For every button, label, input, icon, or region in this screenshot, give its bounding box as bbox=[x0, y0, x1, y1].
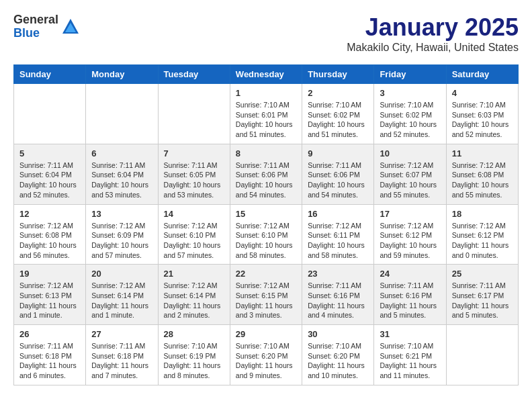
day-info: Sunrise: 7:12 AMSunset: 6:14 PMDaylight:… bbox=[91, 281, 152, 320]
day-info: Sunrise: 7:12 AMSunset: 6:09 PMDaylight:… bbox=[91, 221, 152, 261]
calendar-cell: 2Sunrise: 7:10 AMSunset: 6:02 PMDaylight… bbox=[302, 84, 374, 144]
weekday-header-saturday: Saturday bbox=[446, 65, 518, 84]
day-info: Sunrise: 7:11 AMSunset: 6:04 PMDaylight:… bbox=[19, 161, 80, 200]
day-number: 16 bbox=[308, 209, 368, 219]
calendar-cell: 28Sunrise: 7:10 AMSunset: 6:19 PMDayligh… bbox=[158, 325, 230, 385]
logo-general-text: General bbox=[13, 13, 58, 27]
calendar-cell: 3Sunrise: 7:10 AMSunset: 6:02 PMDaylight… bbox=[374, 84, 446, 144]
calendar-cell: 16Sunrise: 7:12 AMSunset: 6:11 PMDayligh… bbox=[302, 204, 374, 265]
calendar-cell: 25Sunrise: 7:11 AMSunset: 6:17 PMDayligh… bbox=[446, 265, 518, 325]
day-info: Sunrise: 7:12 AMSunset: 6:12 PMDaylight:… bbox=[380, 221, 440, 261]
day-number: 18 bbox=[452, 209, 513, 219]
week-row-5: 26Sunrise: 7:11 AMSunset: 6:18 PMDayligh… bbox=[14, 325, 519, 385]
day-number: 26 bbox=[19, 329, 80, 339]
day-number: 27 bbox=[91, 329, 152, 339]
calendar-cell: 17Sunrise: 7:12 AMSunset: 6:12 PMDayligh… bbox=[374, 204, 446, 265]
calendar-cell: 7Sunrise: 7:11 AMSunset: 6:05 PMDaylight… bbox=[158, 144, 230, 204]
day-info: Sunrise: 7:10 AMSunset: 6:02 PMDaylight:… bbox=[308, 100, 368, 140]
day-number: 11 bbox=[452, 148, 513, 158]
weekday-header-wednesday: Wednesday bbox=[230, 65, 302, 84]
calendar-cell: 14Sunrise: 7:12 AMSunset: 6:10 PMDayligh… bbox=[158, 204, 230, 265]
calendar-cell: 20Sunrise: 7:12 AMSunset: 6:14 PMDayligh… bbox=[86, 265, 158, 325]
day-number: 6 bbox=[91, 148, 152, 158]
day-number: 19 bbox=[19, 269, 80, 279]
logo: General Blue bbox=[13, 13, 80, 40]
week-row-3: 12Sunrise: 7:12 AMSunset: 6:08 PMDayligh… bbox=[14, 204, 519, 265]
day-info: Sunrise: 7:11 AMSunset: 6:16 PMDaylight:… bbox=[380, 281, 440, 320]
weekday-header-tuesday: Tuesday bbox=[158, 65, 230, 84]
day-number: 23 bbox=[308, 269, 368, 279]
day-info: Sunrise: 7:12 AMSunset: 6:12 PMDaylight:… bbox=[452, 221, 513, 261]
day-info: Sunrise: 7:10 AMSunset: 6:19 PMDaylight:… bbox=[164, 341, 224, 381]
weekday-header-friday: Friday bbox=[374, 65, 446, 84]
calendar-cell: 5Sunrise: 7:11 AMSunset: 6:04 PMDaylight… bbox=[14, 144, 86, 204]
day-info: Sunrise: 7:10 AMSunset: 6:03 PMDaylight:… bbox=[452, 100, 513, 140]
day-info: Sunrise: 7:12 AMSunset: 6:10 PMDaylight:… bbox=[164, 221, 224, 261]
day-number: 29 bbox=[236, 329, 296, 339]
day-number: 7 bbox=[164, 148, 224, 158]
day-info: Sunrise: 7:12 AMSunset: 6:11 PMDaylight:… bbox=[308, 221, 368, 261]
week-row-4: 19Sunrise: 7:12 AMSunset: 6:13 PMDayligh… bbox=[14, 265, 519, 325]
calendar-cell: 27Sunrise: 7:11 AMSunset: 6:18 PMDayligh… bbox=[86, 325, 158, 385]
title-section: January 2025 Makakilo City, Hawaii, Unit… bbox=[347, 13, 519, 54]
day-info: Sunrise: 7:11 AMSunset: 6:04 PMDaylight:… bbox=[91, 161, 152, 200]
month-title: January 2025 bbox=[347, 13, 519, 42]
day-info: Sunrise: 7:10 AMSunset: 6:20 PMDaylight:… bbox=[308, 341, 368, 381]
day-number: 8 bbox=[236, 148, 296, 158]
day-number: 1 bbox=[236, 88, 296, 98]
week-row-2: 5Sunrise: 7:11 AMSunset: 6:04 PMDaylight… bbox=[14, 144, 519, 204]
calendar-cell: 9Sunrise: 7:11 AMSunset: 6:06 PMDaylight… bbox=[302, 144, 374, 204]
day-info: Sunrise: 7:11 AMSunset: 6:18 PMDaylight:… bbox=[91, 341, 152, 381]
calendar-cell: 12Sunrise: 7:12 AMSunset: 6:08 PMDayligh… bbox=[14, 204, 86, 265]
calendar-cell bbox=[14, 84, 86, 144]
day-info: Sunrise: 7:12 AMSunset: 6:08 PMDaylight:… bbox=[452, 161, 513, 200]
day-number: 2 bbox=[308, 88, 368, 98]
day-number: 25 bbox=[452, 269, 513, 279]
day-info: Sunrise: 7:12 AMSunset: 6:13 PMDaylight:… bbox=[19, 281, 80, 320]
calendar-cell: 6Sunrise: 7:11 AMSunset: 6:04 PMDaylight… bbox=[86, 144, 158, 204]
calendar-cell: 18Sunrise: 7:12 AMSunset: 6:12 PMDayligh… bbox=[446, 204, 518, 265]
day-info: Sunrise: 7:11 AMSunset: 6:17 PMDaylight:… bbox=[452, 281, 513, 320]
calendar-cell: 23Sunrise: 7:11 AMSunset: 6:16 PMDayligh… bbox=[302, 265, 374, 325]
day-number: 24 bbox=[380, 269, 440, 279]
day-number: 30 bbox=[308, 329, 368, 339]
day-info: Sunrise: 7:11 AMSunset: 6:06 PMDaylight:… bbox=[236, 161, 296, 200]
day-number: 31 bbox=[380, 329, 440, 339]
day-info: Sunrise: 7:11 AMSunset: 6:18 PMDaylight:… bbox=[19, 341, 80, 381]
day-number: 15 bbox=[236, 209, 296, 219]
day-number: 10 bbox=[380, 148, 440, 158]
day-info: Sunrise: 7:12 AMSunset: 6:14 PMDaylight:… bbox=[164, 281, 224, 320]
calendar-cell: 26Sunrise: 7:11 AMSunset: 6:18 PMDayligh… bbox=[14, 325, 86, 385]
day-info: Sunrise: 7:10 AMSunset: 6:21 PMDaylight:… bbox=[380, 341, 440, 381]
day-number: 17 bbox=[380, 209, 440, 219]
calendar-cell: 10Sunrise: 7:12 AMSunset: 6:07 PMDayligh… bbox=[374, 144, 446, 204]
weekday-header-sunday: Sunday bbox=[14, 65, 86, 84]
day-number: 5 bbox=[19, 148, 80, 158]
calendar-cell: 31Sunrise: 7:10 AMSunset: 6:21 PMDayligh… bbox=[374, 325, 446, 385]
weekday-header-thursday: Thursday bbox=[302, 65, 374, 84]
day-number: 3 bbox=[380, 88, 440, 98]
calendar-cell bbox=[86, 84, 158, 144]
day-number: 14 bbox=[164, 209, 224, 219]
day-info: Sunrise: 7:11 AMSunset: 6:06 PMDaylight:… bbox=[308, 161, 368, 200]
calendar-cell: 8Sunrise: 7:11 AMSunset: 6:06 PMDaylight… bbox=[230, 144, 302, 204]
calendar-cell: 4Sunrise: 7:10 AMSunset: 6:03 PMDaylight… bbox=[446, 84, 518, 144]
day-info: Sunrise: 7:12 AMSunset: 6:08 PMDaylight:… bbox=[19, 221, 80, 261]
calendar-cell: 21Sunrise: 7:12 AMSunset: 6:14 PMDayligh… bbox=[158, 265, 230, 325]
day-info: Sunrise: 7:11 AMSunset: 6:05 PMDaylight:… bbox=[164, 161, 224, 200]
day-info: Sunrise: 7:12 AMSunset: 6:10 PMDaylight:… bbox=[236, 221, 296, 261]
logo-icon bbox=[61, 17, 80, 36]
calendar-cell: 15Sunrise: 7:12 AMSunset: 6:10 PMDayligh… bbox=[230, 204, 302, 265]
day-number: 28 bbox=[164, 329, 224, 339]
day-info: Sunrise: 7:10 AMSunset: 6:02 PMDaylight:… bbox=[380, 100, 440, 140]
day-number: 22 bbox=[236, 269, 296, 279]
day-info: Sunrise: 7:10 AMSunset: 6:20 PMDaylight:… bbox=[236, 341, 296, 381]
calendar-cell: 1Sunrise: 7:10 AMSunset: 6:01 PMDaylight… bbox=[230, 84, 302, 144]
day-info: Sunrise: 7:10 AMSunset: 6:01 PMDaylight:… bbox=[236, 100, 296, 140]
day-info: Sunrise: 7:12 AMSunset: 6:07 PMDaylight:… bbox=[380, 161, 440, 200]
weekday-header-row: SundayMondayTuesdayWednesdayThursdayFrid… bbox=[14, 65, 519, 84]
calendar-cell: 11Sunrise: 7:12 AMSunset: 6:08 PMDayligh… bbox=[446, 144, 518, 204]
day-info: Sunrise: 7:12 AMSunset: 6:15 PMDaylight:… bbox=[236, 281, 296, 320]
day-info: Sunrise: 7:11 AMSunset: 6:16 PMDaylight:… bbox=[308, 281, 368, 320]
day-number: 13 bbox=[91, 209, 152, 219]
